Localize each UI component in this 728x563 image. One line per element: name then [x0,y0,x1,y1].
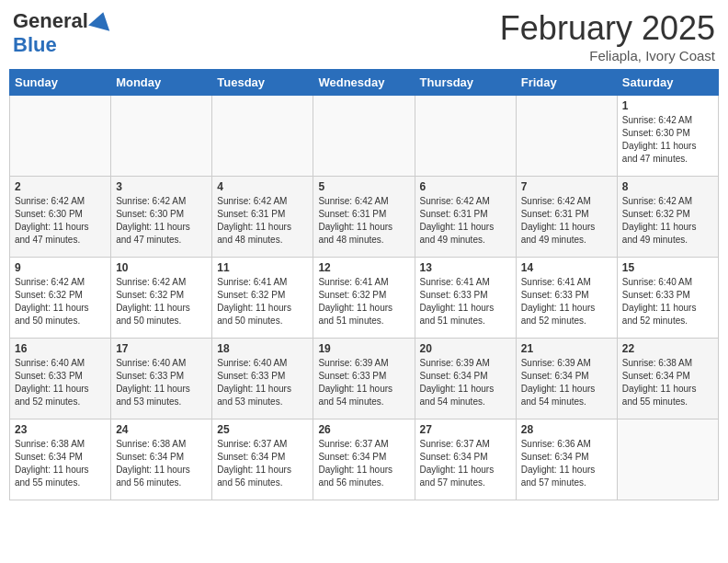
day-number: 5 [318,180,409,193]
day-number: 26 [318,423,409,436]
calendar-cell [313,96,415,177]
day-info: Sunrise: 6:37 AM Sunset: 6:34 PM Dayligh… [318,438,409,489]
day-number: 21 [521,342,612,355]
calendar-table: SundayMondayTuesdayWednesdayThursdayFrid… [9,69,719,500]
calendar-cell: 25Sunrise: 6:37 AM Sunset: 6:34 PM Dayli… [212,419,313,500]
header-right: February 2025 Feliapla, Ivory Coast [500,9,715,63]
calendar-day-header: Sunday [10,70,111,96]
day-info: Sunrise: 6:41 AM Sunset: 6:33 PM Dayligh… [521,276,612,327]
calendar-cell: 4Sunrise: 6:42 AM Sunset: 6:31 PM Daylig… [212,177,313,258]
day-number: 4 [217,180,308,193]
day-number: 15 [622,261,713,274]
day-info: Sunrise: 6:40 AM Sunset: 6:33 PM Dayligh… [217,357,308,408]
day-number: 16 [15,342,106,355]
calendar-cell: 14Sunrise: 6:41 AM Sunset: 6:33 PM Dayli… [516,258,617,339]
calendar-cell: 5Sunrise: 6:42 AM Sunset: 6:31 PM Daylig… [313,177,415,258]
calendar-cell: 9Sunrise: 6:42 AM Sunset: 6:32 PM Daylig… [10,258,111,339]
calendar-cell: 11Sunrise: 6:41 AM Sunset: 6:32 PM Dayli… [212,258,313,339]
calendar-cell: 20Sunrise: 6:39 AM Sunset: 6:34 PM Dayli… [415,339,516,419]
calendar-cell [111,96,212,177]
day-number: 27 [420,423,511,436]
day-number: 11 [217,261,308,274]
day-number: 12 [318,261,409,274]
day-info: Sunrise: 6:42 AM Sunset: 6:32 PM Dayligh… [15,276,106,327]
calendar-cell: 18Sunrise: 6:40 AM Sunset: 6:33 PM Dayli… [212,339,313,419]
calendar-day-header: Monday [111,70,212,96]
calendar-day-header: Tuesday [212,70,313,96]
day-number: 17 [116,342,207,355]
calendar-cell [10,96,111,177]
logo: General Blue [13,9,112,57]
calendar-day-header: Friday [516,70,617,96]
calendar-cell: 8Sunrise: 6:42 AM Sunset: 6:32 PM Daylig… [617,177,718,258]
calendar-cell: 6Sunrise: 6:42 AM Sunset: 6:31 PM Daylig… [415,177,516,258]
calendar-cell: 16Sunrise: 6:40 AM Sunset: 6:33 PM Dayli… [10,339,111,419]
day-number: 6 [420,180,511,193]
calendar-week-row: 1Sunrise: 6:42 AM Sunset: 6:30 PM Daylig… [10,96,719,177]
day-number: 13 [420,261,511,274]
day-number: 28 [521,423,612,436]
day-info: Sunrise: 6:38 AM Sunset: 6:34 PM Dayligh… [116,438,207,489]
logo-general-text: General [13,9,88,33]
calendar-cell: 10Sunrise: 6:42 AM Sunset: 6:32 PM Dayli… [111,258,212,339]
day-number: 2 [15,180,106,193]
day-info: Sunrise: 6:42 AM Sunset: 6:32 PM Dayligh… [622,195,713,247]
day-info: Sunrise: 6:42 AM Sunset: 6:30 PM Dayligh… [15,195,106,247]
day-info: Sunrise: 6:41 AM Sunset: 6:32 PM Dayligh… [217,276,308,327]
calendar-week-row: 23Sunrise: 6:38 AM Sunset: 6:34 PM Dayli… [10,419,719,500]
calendar-cell: 22Sunrise: 6:38 AM Sunset: 6:34 PM Dayli… [617,339,718,419]
calendar-cell: 27Sunrise: 6:37 AM Sunset: 6:34 PM Dayli… [415,419,516,500]
day-info: Sunrise: 6:42 AM Sunset: 6:31 PM Dayligh… [521,195,612,247]
day-info: Sunrise: 6:42 AM Sunset: 6:32 PM Dayligh… [116,276,207,327]
day-number: 8 [622,180,713,193]
day-info: Sunrise: 6:37 AM Sunset: 6:34 PM Dayligh… [420,438,511,489]
calendar-day-header: Saturday [617,70,718,96]
day-info: Sunrise: 6:42 AM Sunset: 6:31 PM Dayligh… [420,195,511,247]
day-number: 19 [318,342,409,355]
calendar-cell: 7Sunrise: 6:42 AM Sunset: 6:31 PM Daylig… [516,177,617,258]
day-number: 14 [521,261,612,274]
calendar-week-row: 9Sunrise: 6:42 AM Sunset: 6:32 PM Daylig… [10,258,719,339]
day-info: Sunrise: 6:39 AM Sunset: 6:34 PM Dayligh… [420,357,511,408]
calendar-cell: 26Sunrise: 6:37 AM Sunset: 6:34 PM Dayli… [313,419,415,500]
day-info: Sunrise: 6:36 AM Sunset: 6:34 PM Dayligh… [521,438,612,489]
calendar-cell: 15Sunrise: 6:40 AM Sunset: 6:33 PM Dayli… [617,258,718,339]
page-header: General Blue February 2025 Feliapla, Ivo… [9,9,719,63]
calendar-cell: 28Sunrise: 6:36 AM Sunset: 6:34 PM Dayli… [516,419,617,500]
day-number: 24 [116,423,207,436]
calendar-day-header: Wednesday [313,70,415,96]
day-info: Sunrise: 6:41 AM Sunset: 6:32 PM Dayligh… [318,276,409,327]
calendar-cell: 19Sunrise: 6:39 AM Sunset: 6:33 PM Dayli… [313,339,415,419]
calendar-cell [617,419,718,500]
day-number: 1 [622,99,713,112]
day-number: 25 [217,423,308,436]
calendar-cell: 1Sunrise: 6:42 AM Sunset: 6:30 PM Daylig… [617,96,718,177]
day-number: 7 [521,180,612,193]
day-info: Sunrise: 6:39 AM Sunset: 6:34 PM Dayligh… [521,357,612,408]
day-info: Sunrise: 6:42 AM Sunset: 6:30 PM Dayligh… [622,114,713,166]
calendar-header-row: SundayMondayTuesdayWednesdayThursdayFrid… [10,70,719,96]
day-info: Sunrise: 6:40 AM Sunset: 6:33 PM Dayligh… [116,357,207,408]
logo-triangle-icon [88,9,114,31]
calendar-week-row: 16Sunrise: 6:40 AM Sunset: 6:33 PM Dayli… [10,339,719,419]
logo-blue-text: Blue [13,33,57,57]
day-info: Sunrise: 6:37 AM Sunset: 6:34 PM Dayligh… [217,438,308,489]
day-info: Sunrise: 6:41 AM Sunset: 6:33 PM Dayligh… [420,276,511,327]
day-info: Sunrise: 6:40 AM Sunset: 6:33 PM Dayligh… [15,357,106,408]
calendar-cell: 23Sunrise: 6:38 AM Sunset: 6:34 PM Dayli… [10,419,111,500]
day-number: 3 [116,180,207,193]
calendar-cell [415,96,516,177]
day-info: Sunrise: 6:38 AM Sunset: 6:34 PM Dayligh… [15,438,106,489]
calendar-cell: 3Sunrise: 6:42 AM Sunset: 6:30 PM Daylig… [111,177,212,258]
day-number: 23 [15,423,106,436]
calendar-cell: 13Sunrise: 6:41 AM Sunset: 6:33 PM Dayli… [415,258,516,339]
day-number: 20 [420,342,511,355]
calendar-cell [212,96,313,177]
calendar-cell: 24Sunrise: 6:38 AM Sunset: 6:34 PM Dayli… [111,419,212,500]
day-info: Sunrise: 6:38 AM Sunset: 6:34 PM Dayligh… [622,357,713,408]
day-info: Sunrise: 6:39 AM Sunset: 6:33 PM Dayligh… [318,357,409,408]
location: Feliapla, Ivory Coast [500,48,715,63]
calendar-cell: 12Sunrise: 6:41 AM Sunset: 6:32 PM Dayli… [313,258,415,339]
calendar-cell: 2Sunrise: 6:42 AM Sunset: 6:30 PM Daylig… [10,177,111,258]
day-info: Sunrise: 6:42 AM Sunset: 6:31 PM Dayligh… [318,195,409,247]
